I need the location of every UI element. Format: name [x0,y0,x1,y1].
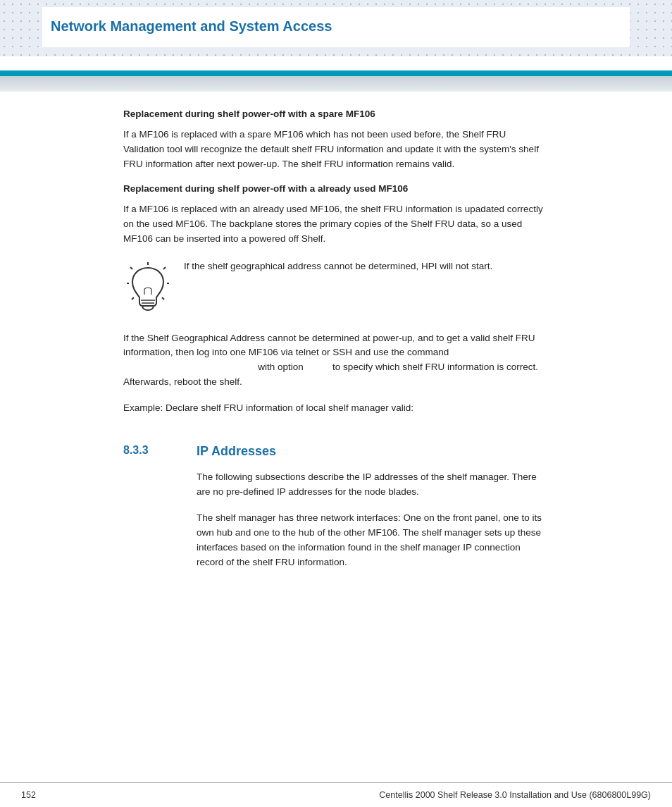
tip-icon-container [123,262,173,319]
page-title: Network Management and System Access [51,13,621,42]
para3-body: If the Shelf Geographical Address cannot… [123,333,535,358]
para2-body: If a MF106 is replaced with an already u… [123,202,549,247]
para2-heading: Replacement during shelf power-off with … [123,183,549,194]
para3-middle: with option [258,362,304,372]
tip-text: If the shelf geographical address cannot… [184,259,549,274]
tip-note-area: If the shelf geographical address cannot… [123,259,549,319]
para4-example: Example: Declare shelf FRU information o… [123,401,549,416]
section-833-para1: The following subsections describe the I… [197,470,549,500]
main-content: Replacement during shelf power-off with … [0,92,672,624]
section-833-body: IP Addresses The following subsections d… [197,444,549,581]
section-833-para2: The shelf manager has three network inte… [197,511,549,570]
footer-doc-title: Centellis 2000 Shelf Release 3.0 Install… [379,790,651,800]
gray-decorative-bar [0,76,672,92]
cyan-accent-bar [0,70,672,76]
header-title-area: Network Management and System Access [42,7,630,47]
svg-line-5 [132,297,134,300]
page-footer: 152 Centellis 2000 Shelf Release 3.0 Ins… [0,782,672,807]
svg-line-1 [130,267,132,269]
para1-heading: Replacement during shelf power-off with … [123,109,549,119]
section-833-title: IP Addresses [197,444,549,459]
page-header: Network Management and System Access [0,0,672,70]
section-833-number: 8.3.3 [123,444,180,457]
para3-end: to specify which shelf FRU information i… [123,362,538,387]
svg-line-6 [162,297,164,300]
lightbulb-icon [127,262,169,319]
para3: If the Shelf Geographical Address cannot… [123,331,549,390]
footer-page-number: 152 [21,790,36,800]
svg-line-2 [163,267,166,269]
para1-body: If a MF106 is replaced with a spare MF10… [123,128,549,172]
section-833-block: 8.3.3 IP Addresses The following subsect… [123,444,549,581]
